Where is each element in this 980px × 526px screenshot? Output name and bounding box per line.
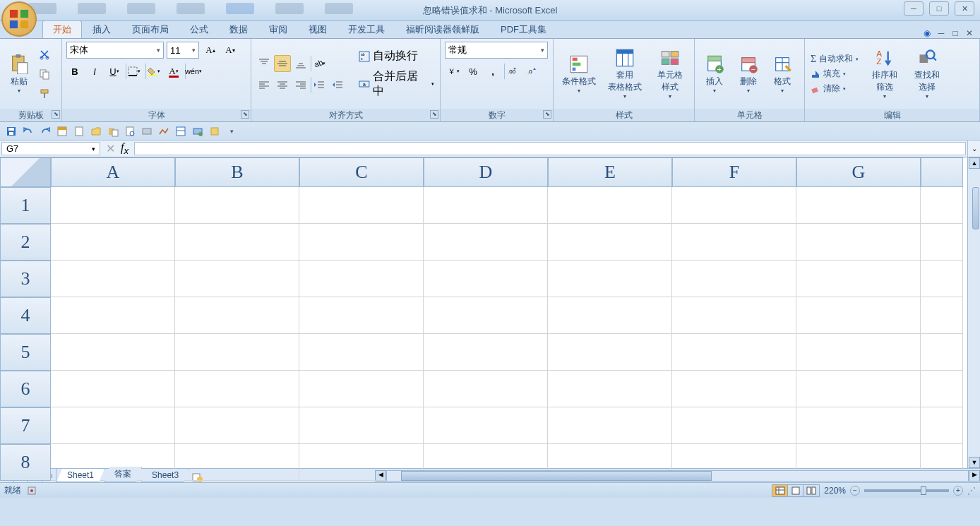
zoom-in-icon[interactable]: + [953, 486, 963, 496]
tab-home[interactable]: 开始 [42, 20, 82, 38]
sort-filter-button[interactable]: AZ 排序和 筛选▾ [867, 46, 902, 102]
sheet-tab-3[interactable]: Sheet3 [141, 469, 189, 482]
align-bottom-button[interactable] [292, 55, 309, 72]
clear-button[interactable]: 清除▾ [809, 82, 860, 95]
clipboard-dialog-icon[interactable]: ⬊ [52, 110, 60, 119]
open-icon[interactable] [89, 124, 103, 138]
font-dialog-icon[interactable]: ⬊ [241, 110, 249, 119]
zoom-slider-thumb[interactable] [921, 486, 926, 495]
cell[interactable] [51, 407, 175, 444]
number-format-combo[interactable]: 常规▾ [445, 42, 548, 59]
format-painter-button[interactable] [37, 86, 52, 102]
scroll-up-icon[interactable]: ▲ [969, 157, 980, 169]
cell[interactable] [796, 187, 921, 224]
decrease-indent-button[interactable] [311, 76, 328, 93]
cell[interactable] [299, 187, 424, 224]
row-header-4[interactable]: 4 [0, 297, 51, 334]
cell[interactable] [424, 371, 548, 407]
row-header-1[interactable]: 1 [0, 187, 51, 224]
help-icon[interactable]: ◉ [922, 28, 932, 38]
cell[interactable] [548, 187, 672, 224]
col-header-c[interactable]: C [299, 157, 424, 187]
col-header-f[interactable]: F [672, 157, 796, 187]
cell[interactable] [424, 261, 548, 297]
formula-bar-expand-icon[interactable]: ⌄ [967, 141, 980, 157]
percent-button[interactable]: % [465, 63, 482, 80]
view-page-break-icon[interactable] [803, 485, 819, 496]
maximize-button[interactable]: □ [929, 1, 949, 16]
cell[interactable] [299, 334, 424, 371]
cell[interactable] [175, 187, 299, 224]
align-right-button[interactable] [292, 76, 309, 93]
find-select-button[interactable]: 查找和 选择▾ [909, 46, 945, 102]
row-header-6[interactable]: 6 [0, 371, 51, 407]
grow-font-button[interactable]: A▴ [202, 42, 219, 59]
print-preview-icon[interactable] [123, 124, 137, 138]
wrap-text-button[interactable]: abc自动换行 [357, 48, 436, 64]
tab-review[interactable]: 审阅 [258, 20, 298, 38]
qat-icon-10[interactable] [157, 124, 171, 138]
vscroll-thumb[interactable] [972, 187, 979, 229]
cell[interactable] [424, 334, 548, 371]
font-name-combo[interactable]: 宋体▾ [66, 42, 164, 59]
ribbon-minimize-icon[interactable]: ─ [936, 28, 946, 38]
cell[interactable] [51, 224, 175, 261]
number-dialog-icon[interactable]: ⬊ [543, 110, 551, 119]
cell[interactable] [424, 187, 548, 224]
cell[interactable] [424, 224, 548, 261]
fx-cancel-icon[interactable]: ✕ [106, 142, 115, 155]
cell[interactable] [672, 407, 796, 444]
cell[interactable] [796, 371, 921, 407]
increase-indent-button[interactable] [329, 76, 346, 93]
autosum-button[interactable]: Σ自动求和▾ [809, 52, 860, 66]
sheet-tab-2[interactable]: 答案 [104, 467, 142, 482]
qat-icon-9[interactable] [140, 124, 154, 138]
cell[interactable] [299, 297, 424, 334]
cell[interactable] [796, 261, 921, 297]
merge-center-button[interactable]: a合并后居中▾ [357, 68, 436, 100]
cell[interactable] [175, 371, 299, 407]
cell[interactable] [175, 407, 299, 444]
conditional-format-button[interactable]: 条件格式▾ [558, 46, 600, 102]
tab-layout[interactable]: 页面布局 [121, 20, 179, 38]
align-left-button[interactable] [256, 76, 273, 93]
fill-color-button[interactable]: ▾ [145, 63, 162, 80]
cell[interactable] [796, 407, 921, 444]
zoom-level[interactable]: 220% [824, 486, 846, 496]
view-normal-icon[interactable] [772, 485, 788, 496]
row-header-5[interactable]: 5 [0, 334, 51, 371]
cell[interactable] [548, 261, 672, 297]
hscroll-thumb[interactable] [401, 471, 712, 481]
format-as-table-button[interactable]: 套用 表格格式▾ [603, 46, 648, 102]
macro-record-icon[interactable] [27, 486, 37, 496]
font-size-combo[interactable]: 11▾ [167, 42, 199, 59]
cell[interactable] [672, 187, 796, 224]
cell[interactable] [51, 371, 175, 407]
cell[interactable] [299, 261, 424, 297]
orientation-button[interactable]: ab▾ [311, 55, 328, 72]
cell[interactable] [175, 261, 299, 297]
cell[interactable] [796, 334, 921, 371]
decrease-decimal-button[interactable]: .0 [524, 63, 541, 80]
fx-icon[interactable]: fx [121, 141, 129, 156]
paste-button[interactable]: 粘贴 ▾ [4, 46, 34, 102]
office-button[interactable] [1, 1, 37, 37]
cut-button[interactable] [37, 47, 52, 62]
vertical-scrollbar[interactable]: ▲ ▼ [967, 157, 980, 468]
tab-pdf[interactable]: PDF工具集 [490, 20, 557, 38]
zoom-slider[interactable] [864, 489, 949, 492]
bold-button[interactable]: B [66, 63, 83, 80]
cell[interactable] [672, 224, 796, 261]
align-top-button[interactable] [256, 55, 273, 72]
delete-cells-button[interactable]: − 删除▾ [733, 46, 764, 102]
cell[interactable] [548, 297, 672, 334]
cell[interactable] [548, 334, 672, 371]
qat-icon-11[interactable] [174, 124, 188, 138]
view-page-layout-icon[interactable] [788, 485, 803, 496]
scroll-down-icon[interactable]: ▼ [969, 457, 980, 468]
qat-icon-12[interactable] [191, 124, 205, 138]
col-header-extra[interactable] [921, 157, 963, 187]
align-center-button[interactable] [274, 76, 291, 93]
cell[interactable] [299, 224, 424, 261]
tab-view[interactable]: 视图 [298, 20, 337, 38]
